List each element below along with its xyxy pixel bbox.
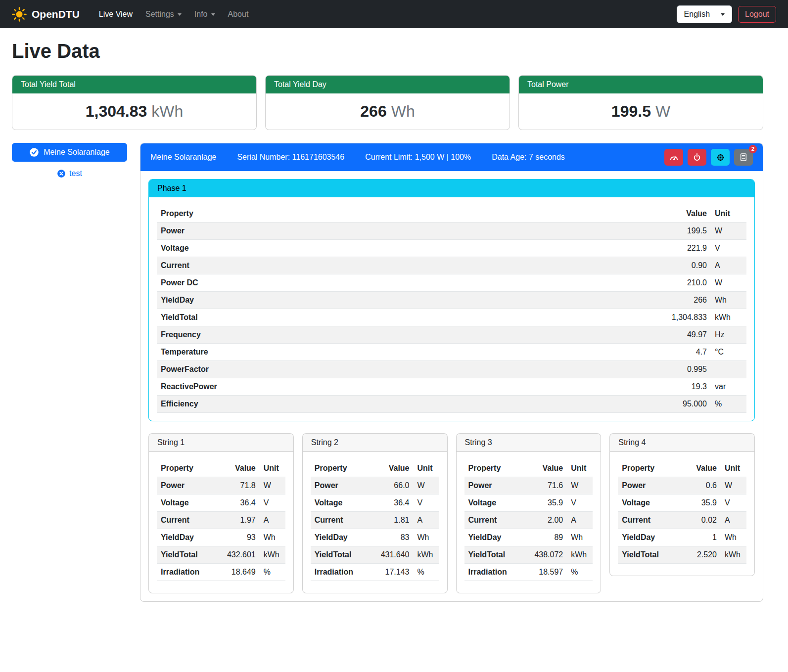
property-value: 0.90 [647,257,711,274]
property-name: Power [618,477,678,494]
property-unit: V [567,494,593,512]
nav-item-info[interactable]: Info [188,6,222,23]
property-value: 4.7 [647,344,711,361]
property-name: YieldTotal [311,546,371,564]
property-unit: V [414,494,439,512]
column-header-unit: Unit [414,460,439,477]
property-name: Voltage [618,494,678,512]
property-unit: A [721,512,746,529]
property-name: Power [157,477,217,494]
strings-row: String 1 Property Value Unit [148,433,755,593]
table-row: YieldDay 89 Wh [464,529,593,546]
table-row: Irradiation 18.649 % [157,564,285,581]
table-row: Efficiency 95.000 % [157,396,746,413]
nav-item-label: Live View [99,10,133,19]
brand[interactable]: OpenDTU [12,7,80,22]
property-unit: kWh [711,309,746,326]
nav-item-label: Settings [145,10,174,19]
summary-card-total-yield-total: Total Yield Total 1,304.83kWh [12,75,257,130]
property-name: Current [618,512,678,529]
inverter-serial: Serial Number: 116171603546 [237,153,344,162]
table-header-row: Property Value Unit [618,460,746,477]
property-name: Power DC [157,274,647,292]
property-name: Irradiation [157,564,217,581]
nav-item-about[interactable]: About [222,6,255,23]
property-name: Current [464,512,525,529]
event-log-button[interactable]: 2 [734,149,753,166]
logout-button[interactable]: Logout [738,6,776,23]
inverter-select-link-test[interactable]: test [12,169,127,178]
column-header-unit: Unit [260,460,285,477]
phase-card: Phase 1 Property Value Unit [148,179,755,421]
column-header-value: Value [678,460,721,477]
property-unit: kWh [721,546,746,564]
property-value: 19.3 [647,378,711,396]
table-row: Voltage 36.4 V [157,494,285,512]
inverter-panel: Meine Solaranlage Serial Number: 1161716… [140,143,763,602]
device-info-button[interactable] [711,149,730,166]
string-table: Property Value Unit Power 71.8 [157,460,285,581]
property-name: Current [157,257,647,274]
sun-icon [12,7,27,22]
property-unit: % [260,564,285,581]
property-value: 35.9 [678,494,721,512]
table-row: PowerFactor 0.995 [157,361,746,378]
property-name: Temperature [157,344,647,361]
summary-card-unit: W [655,102,670,120]
string-table: Property Value Unit Power 0.6 [618,460,746,564]
property-unit: V [721,494,746,512]
property-value: 36.4 [371,494,414,512]
page-title: Live Data [12,40,763,62]
property-unit: W [721,477,746,494]
string-card-3: String 3 Property Value Unit [456,433,602,593]
property-unit: A [414,512,439,529]
summary-card-value: 199.5 [611,102,651,120]
property-value: 432.601 [217,546,260,564]
property-unit: V [711,240,746,257]
table-row: Current 1.81 A [311,512,439,529]
table-row: Power 0.6 W [618,477,746,494]
property-name: Irradiation [464,564,525,581]
property-value: 71.8 [217,477,260,494]
table-row: YieldDay 1 Wh [618,529,746,546]
check-circle-icon [29,147,39,157]
property-name: Voltage [157,240,647,257]
property-value: 1.97 [217,512,260,529]
table-row: Voltage 36.4 V [311,494,439,512]
property-name: YieldTotal [618,546,678,564]
string-table: Property Value Unit Power 71.6 [464,460,593,581]
limit-settings-button[interactable] [664,149,683,166]
table-row: YieldTotal 431.640 kWh [311,546,439,564]
power-button[interactable] [688,149,706,166]
string-table: Property Value Unit Power 66.0 [311,460,439,581]
property-unit: kWh [414,546,439,564]
nav-item-live-view[interactable]: Live View [93,6,139,23]
property-unit: A [711,257,746,274]
phase-card-title: Phase 1 [149,179,754,197]
summary-card-value: 266 [360,102,386,120]
nav-item-settings[interactable]: Settings [139,6,188,23]
inverter-select-button-meine-solaranlage[interactable]: Meine Solaranlage [12,143,127,162]
table-header-row: Property Value Unit [311,460,439,477]
property-unit: A [567,512,593,529]
inverter-name-label: test [69,169,82,178]
property-name: Irradiation [311,564,371,581]
inverter-limit: Current Limit: 1,500 W | 100% [365,153,471,162]
string-card-1: String 1 Property Value Unit [148,433,294,593]
column-header-unit: Unit [721,460,746,477]
string-card-title: String 4 [610,434,754,452]
table-header-row: Property Value Unit [157,205,746,223]
property-value: 0.995 [647,361,711,378]
cpu-icon [716,153,725,162]
table-row: Current 0.02 A [618,512,746,529]
property-value: 83 [371,529,414,546]
property-name: ReactivePower [157,378,647,396]
property-name: Current [311,512,371,529]
property-value: 35.9 [524,494,567,512]
string-card-title: String 2 [303,434,447,452]
language-select[interactable]: English [677,5,732,23]
property-value: 18.597 [524,564,567,581]
table-row: Current 2.00 A [464,512,593,529]
property-unit: W [711,223,746,240]
power-icon [693,153,701,162]
